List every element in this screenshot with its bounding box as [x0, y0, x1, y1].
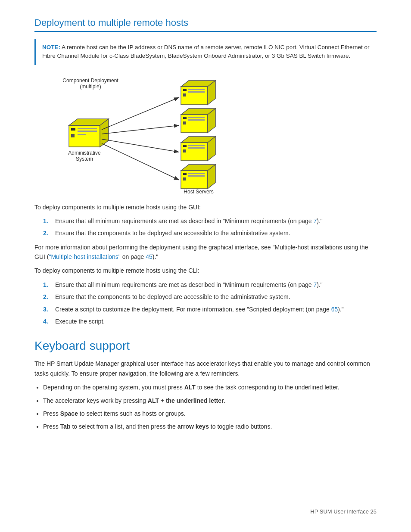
cli-step-1-num: 1.: [43, 280, 55, 289]
link-page-45[interactable]: 45: [146, 253, 153, 260]
bullet-2: The accelerator keys work by pressing AL…: [43, 396, 377, 405]
svg-rect-9: [78, 134, 86, 135]
svg-rect-31: [188, 147, 205, 149]
svg-text:Component Deployment: Component Deployment: [62, 78, 118, 84]
gui-step-1-text: Ensure that all minimum requirements are…: [55, 216, 377, 226]
svg-rect-15: [183, 89, 187, 91]
cli-step-2-text: Ensure that the components to be deploye…: [55, 292, 377, 302]
svg-rect-24: [188, 119, 205, 121]
svg-text:Host Servers: Host Servers: [184, 189, 213, 194]
cli-step-3-text: Create a script to customize the deploym…: [55, 305, 377, 314]
gui-step-2: 2. Ensure that the components to be depl…: [43, 228, 377, 238]
svg-text:System: System: [76, 156, 93, 162]
link-page-65[interactable]: 65: [331, 306, 338, 313]
cli-step-4-text: Execute the script.: [55, 317, 377, 326]
cli-step-1-text: Ensure that all minimum requirements are…: [55, 280, 377, 289]
link-multiple-host[interactable]: "Multiple-host installations": [49, 253, 120, 260]
gui-steps-list: 1. Ensure that all minimum requirements …: [34, 216, 377, 238]
bullet-4: Press Tab to select from a list, and the…: [43, 422, 377, 431]
cli-step-2: 2. Ensure that the components to be depl…: [43, 292, 377, 302]
gui-step-1: 1. Ensure that all minimum requirements …: [43, 216, 377, 226]
keyboard-bullets: Depending on the operating system, you m…: [43, 383, 377, 432]
section-heading-keyboard: Keyboard support: [34, 339, 377, 353]
gui-intro-text: To deploy components to multiple remote …: [34, 202, 377, 212]
bold-alt: ALT: [184, 384, 196, 391]
svg-rect-30: [188, 145, 205, 146]
svg-rect-23: [188, 117, 205, 118]
cli-step-3-num: 3.: [43, 305, 55, 314]
svg-line-40: [102, 97, 179, 130]
svg-rect-16: [188, 89, 205, 90]
link-page-7-gui[interactable]: 7: [313, 218, 317, 224]
svg-line-42: [102, 139, 179, 152]
bold-tab: Tab: [60, 423, 71, 430]
svg-rect-39: [183, 177, 186, 180]
cli-step-2-num: 2.: [43, 292, 55, 302]
section-keyboard: Keyboard support The HP Smart Update Man…: [34, 339, 377, 431]
bold-alt-underlined: ALT + the underlined letter: [148, 397, 224, 404]
cli-step-1: 1. Ensure that all minimum requirements …: [43, 280, 377, 289]
svg-rect-25: [183, 121, 186, 124]
svg-rect-36: [183, 173, 187, 175]
keyboard-intro: The HP Smart Update Manager graphical us…: [34, 359, 377, 378]
page-footer: HP SUM User Interface 25: [310, 508, 377, 515]
deployment-diagram-svg: Component Deployment (multiple) Administ…: [43, 74, 246, 194]
svg-rect-7: [78, 131, 97, 132]
svg-rect-18: [183, 93, 186, 96]
cli-intro-text: To deploy components to multiple remote …: [34, 266, 377, 275]
section-deployment: Deployment to multiple remote hosts NOTE…: [34, 17, 377, 326]
gui-step-2-text: Ensure that the components to be deploye…: [55, 228, 377, 238]
gui-step-1-num: 1.: [43, 216, 55, 226]
note-label: NOTE:: [42, 44, 60, 50]
link-page-7-cli[interactable]: 7: [313, 281, 317, 288]
footer-text: HP SUM User Interface 25: [310, 508, 377, 515]
bold-space: Space: [60, 410, 78, 417]
svg-rect-32: [183, 149, 186, 152]
middle-para: For more information about performing th…: [34, 243, 377, 262]
svg-rect-22: [183, 117, 187, 119]
cli-steps-list: 1. Ensure that all minimum requirements …: [34, 280, 377, 327]
gui-step-2-num: 2.: [43, 228, 55, 238]
cli-step-3: 3. Create a script to customize the depl…: [43, 305, 377, 314]
svg-line-41: [102, 125, 179, 134]
cli-step-4-num: 4.: [43, 317, 55, 326]
svg-rect-8: [71, 134, 75, 137]
bullet-3: Press Space to select items such as host…: [43, 409, 377, 418]
svg-text:(multiple): (multiple): [80, 84, 101, 90]
svg-rect-6: [78, 128, 97, 129]
svg-rect-5: [71, 128, 75, 131]
note-box: NOTE: A remote host can be the IP addres…: [34, 39, 377, 65]
svg-rect-17: [188, 91, 205, 93]
svg-rect-37: [188, 173, 205, 174]
svg-rect-38: [188, 175, 205, 177]
svg-rect-29: [183, 145, 187, 147]
section-heading-deployment: Deployment to multiple remote hosts: [34, 17, 377, 32]
deployment-diagram: Component Deployment (multiple) Administ…: [43, 74, 377, 196]
svg-text:Administrative: Administrative: [68, 150, 101, 156]
note-text: A remote host can be the IP address or D…: [42, 44, 370, 59]
bullet-1: Depending on the operating system, you m…: [43, 383, 377, 392]
cli-step-4: 4. Execute the script.: [43, 317, 377, 326]
svg-line-43: [102, 143, 179, 180]
bold-arrow-keys: arrow keys: [177, 423, 209, 430]
